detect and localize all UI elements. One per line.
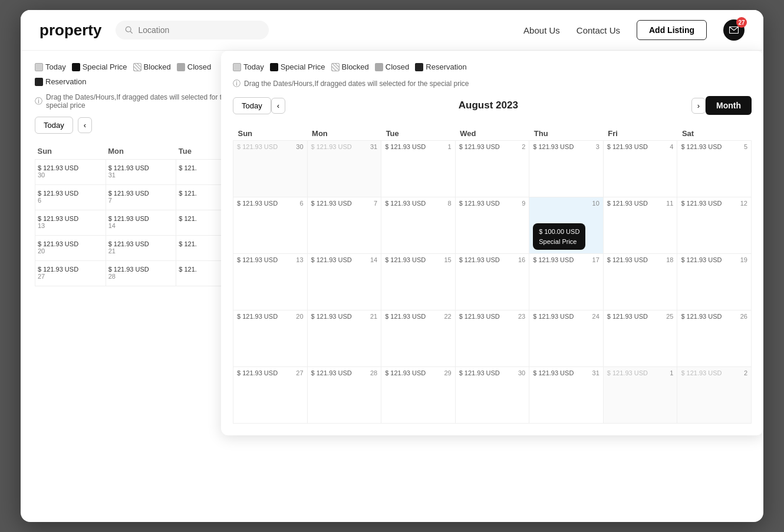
cell-price: $ 121.93 USD: [533, 256, 574, 263]
main-cal-cell[interactable]: $ 121.93 USD11: [603, 197, 677, 254]
r-legend-reservation: Reservation: [415, 62, 466, 71]
special-price-tooltip: $ 100.00 USD Special Price: [533, 223, 585, 250]
main-cal-cell[interactable]: $ 121.93 USD13: [233, 254, 308, 310]
cell-day: 8: [448, 200, 452, 207]
mini-cell-day: 30: [38, 171, 103, 179]
mini-cal-cell[interactable]: $ 121.93 USD20: [35, 236, 106, 261]
main-cal-cell[interactable]: $ 121.93 USD19: [677, 254, 752, 310]
legend-special: Special Price: [72, 62, 127, 71]
mini-cal-cell[interactable]: $ 121.93 USD13: [35, 210, 106, 236]
mail-badge: 27: [736, 17, 747, 28]
main-calendar: SunMonTueWedThuFriSat $ 121.93 USD30$ 12…: [233, 124, 752, 424]
main-cal-cell[interactable]: $ 121.93 USD15: [381, 254, 456, 310]
cell-price: $ 121.93 USD: [681, 143, 722, 150]
main-cal-cell[interactable]: $ 121.93 USD31: [529, 367, 604, 424]
main-cal-header: Sun: [233, 124, 308, 141]
brand-logo: property: [39, 21, 101, 39]
main-cal-cell[interactable]: $ 121.93 USD21: [307, 310, 381, 367]
special-dot: [72, 63, 80, 71]
main-cal-cell[interactable]: $ 121.93 USD29: [381, 367, 456, 424]
main-cal-cell[interactable]: $ 121.93 USD30: [233, 141, 308, 197]
mini-cal-cell[interactable]: $ 121.93 USD27: [35, 261, 106, 286]
main-cal-cell[interactable]: $ 121.93 USD25: [603, 310, 677, 367]
cell-price: $ 121.93 USD: [607, 256, 648, 263]
cell-day: 19: [740, 256, 747, 263]
cell-day: 1: [670, 369, 673, 376]
mini-cal-header-sun: Sun: [35, 143, 106, 160]
main-cal-cell[interactable]: $ 121.93 USD1: [381, 141, 456, 197]
main-cal-cell[interactable]: $ 121.93 USD1: [603, 367, 677, 424]
main-cal-cell[interactable]: $ 121.93 USD23: [455, 310, 529, 367]
right-prev-button[interactable]: ‹: [271, 98, 285, 114]
main-cal-cell[interactable]: $ 121.93 USD22: [381, 310, 456, 367]
mail-button[interactable]: 27: [723, 19, 745, 41]
add-listing-button[interactable]: Add Listing: [637, 20, 707, 40]
right-today-button[interactable]: Today: [233, 97, 271, 114]
left-nav-controls: Today ‹: [35, 117, 247, 134]
mini-cal-cell[interactable]: $ 121.93 USD21: [106, 236, 176, 261]
mini-cal-cell[interactable]: $ 121.93 USD7: [106, 185, 176, 210]
main-cal-cell[interactable]: $ 121.93 USD2: [455, 141, 529, 197]
left-panel: Today Special Price Blocked Closed Reser…: [35, 62, 247, 510]
cell-day: 26: [740, 313, 747, 320]
main-cal-cell[interactable]: $ 121.93 USD31: [307, 141, 381, 197]
mini-cell-day: 20: [38, 247, 103, 255]
r-legend-blocked-label: Blocked: [342, 62, 369, 71]
cell-day: 25: [666, 313, 673, 320]
mini-cal-cell[interactable]: $ 121.93 USD28: [106, 261, 176, 286]
cell-day: 14: [370, 256, 377, 263]
legend-today-label: Today: [45, 62, 66, 71]
right-legend-row: Today Special Price Blocked Closed Reser…: [233, 62, 752, 71]
main-cal-cell[interactable]: $ 121.93 USD27: [233, 367, 308, 424]
month-view-button[interactable]: Month: [706, 96, 752, 115]
main-cal-cell[interactable]: $ 121.93 USD26: [677, 310, 752, 367]
main-cal-cell[interactable]: $ 121.93 USD7: [307, 197, 381, 254]
main-cal-cell[interactable]: $ 121.93 USD28: [307, 367, 381, 424]
mini-cal-cell[interactable]: $ 121.93 USD31: [106, 160, 176, 185]
r-closed-dot: [375, 63, 383, 71]
cell-price: $ 121.93 USD: [311, 256, 352, 263]
contact-us-link[interactable]: Contact Us: [577, 25, 620, 35]
r-legend-special: Special Price: [270, 62, 325, 71]
main-cal-cell[interactable]: $ 121.93 USD17: [529, 254, 604, 310]
search-bar[interactable]: [116, 21, 269, 39]
cell-price: $ 121.93 USD: [311, 200, 352, 207]
main-cal-cell[interactable]: $ 121.93 USD16: [455, 254, 529, 310]
mini-cal-cell[interactable]: $ 121.93 USD6: [35, 185, 106, 210]
left-today-button[interactable]: Today: [35, 117, 73, 134]
main-cal-cell[interactable]: 10 $ 100.00 USD Special Price: [529, 197, 604, 254]
main-cal-cell[interactable]: $ 121.93 USD20: [233, 310, 308, 367]
main-cal-cell[interactable]: $ 121.93 USD9: [455, 197, 529, 254]
left-prev-button[interactable]: ‹: [78, 117, 92, 133]
cell-price: $ 121.93 USD: [681, 256, 722, 263]
main-cal-cell[interactable]: $ 121.93 USD30: [455, 367, 529, 424]
main-cal-cell[interactable]: $ 121.93 USD4: [603, 141, 677, 197]
main-cal-cell[interactable]: $ 121.93 USD12: [677, 197, 752, 254]
about-us-link[interactable]: About Us: [523, 25, 560, 35]
left-drag-hint: ⓘ Drag the Dates/Hours,If dragged dates …: [35, 93, 247, 110]
main-cal-cell[interactable]: $ 121.93 USD8: [381, 197, 456, 254]
main-cal-cell[interactable]: $ 121.93 USD6: [233, 197, 308, 254]
cell-day: 30: [518, 369, 525, 376]
main-cal-cell[interactable]: $ 121.93 USD14: [307, 254, 381, 310]
tooltip-label: Special Price: [539, 237, 579, 247]
legend-special-label: Special Price: [83, 62, 127, 71]
main-cal-cell[interactable]: $ 121.93 USD5: [677, 141, 752, 197]
cell-day: 20: [296, 313, 303, 320]
main-cal-cell[interactable]: $ 121.93 USD3: [529, 141, 604, 197]
cell-day: 9: [522, 200, 525, 207]
cell-day: 12: [740, 200, 747, 207]
cell-day: 28: [370, 369, 377, 376]
search-input[interactable]: [138, 25, 244, 35]
cell-day: 24: [592, 313, 599, 320]
mini-cal-cell[interactable]: $ 121.93 USD14: [106, 210, 176, 236]
main-cal-cell[interactable]: $ 121.93 USD24: [529, 310, 604, 367]
mini-cal-cell[interactable]: $ 121.93 USD30: [35, 160, 106, 185]
cell-price: $ 121.93 USD: [385, 313, 426, 320]
main-cal-cell[interactable]: $ 121.93 USD2: [677, 367, 752, 424]
browser-window: property About Us Contact Us Add Listing…: [21, 10, 763, 522]
right-next-button[interactable]: ›: [691, 98, 706, 114]
main-cal-cell[interactable]: $ 121.93 USD18: [603, 254, 677, 310]
cell-day: 21: [370, 313, 377, 320]
closed-dot: [177, 63, 185, 71]
